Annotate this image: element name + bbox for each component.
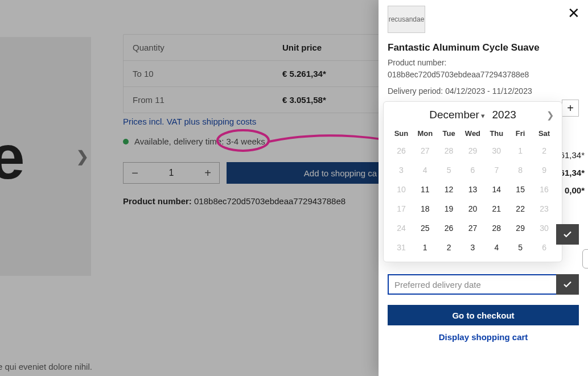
product-number-line: Product number: 018b8ec720d5703ebdeaa772… — [123, 196, 346, 206]
calendar-day[interactable]: 19 — [437, 199, 461, 218]
calendar-dow: Fri — [508, 126, 532, 141]
pricing-qty: From 11 — [133, 95, 282, 105]
hero-text-fragment: dae — [0, 121, 24, 193]
availability-line: Available, delivery time: 3-4 weeks — [123, 137, 265, 146]
calendar-day[interactable]: 5 — [508, 238, 532, 257]
calendar-next-icon[interactable]: ❯ — [546, 110, 554, 121]
delivery-date-placeholder: Preferred delivery date — [394, 280, 481, 290]
close-icon[interactable]: ✕ — [568, 5, 580, 22]
calendar-day[interactable]: 22 — [508, 199, 532, 218]
calendar-day: 6 — [461, 160, 485, 180]
description-fragment: . Quasi modi vitae ipsam tempora et. Nih… — [0, 362, 92, 371]
calendar-day: 9 — [532, 160, 556, 180]
calendar-day: 8 — [508, 160, 532, 180]
calendar-day: 31 — [389, 238, 413, 257]
calendar-day[interactable]: 20 — [461, 199, 485, 218]
calendar-day[interactable]: 3 — [461, 238, 485, 257]
qty-value: 1 — [146, 168, 196, 178]
calendar-year[interactable]: 2023 — [492, 109, 516, 121]
calendar-day[interactable]: 18 — [413, 199, 437, 218]
calendar-day[interactable]: 21 — [484, 199, 508, 218]
calendar-day: 6 — [532, 238, 556, 257]
calendar-day: 3 — [389, 160, 413, 180]
calendar-day[interactable]: 29 — [508, 218, 532, 238]
calendar-dow: Mon — [413, 126, 437, 141]
product-thumbnail: recusandae — [388, 6, 425, 33]
availability-text: Available, delivery time: 3-4 weeks — [134, 137, 265, 146]
pricing-qty: To 10 — [133, 69, 282, 78]
qty-plus-button[interactable]: + — [562, 100, 579, 117]
qty-minus-button[interactable]: − — [124, 163, 146, 183]
calendar-day: 26 — [389, 141, 413, 160]
confirm-date-button[interactable] — [556, 274, 579, 295]
product-number-label: Product number: — [123, 196, 192, 206]
calendar-day: 16 — [532, 180, 556, 199]
qty-plus-button[interactable]: + — [196, 163, 219, 183]
product-hero-image: dae ❯ — [0, 37, 91, 276]
calendar-day[interactable]: 12 — [437, 180, 461, 199]
calendar-day[interactable]: 1 — [413, 238, 437, 257]
calendar-day: 30 — [532, 218, 556, 238]
date-picker-popover: December 2023 ❯ SunMonTueWedThuFriSat 26… — [383, 101, 562, 262]
calendar-day[interactable]: 28 — [484, 218, 508, 238]
product-number-value: 018b8ec720d5703ebdeaa772943788e8 — [194, 196, 346, 206]
calendar-dow: Thu — [484, 126, 508, 141]
calendar-day: 17 — [389, 199, 413, 218]
calendar-day: 24 — [389, 218, 413, 238]
calendar-dow: Tue — [437, 126, 461, 141]
pricing-header-qty: Quantity — [133, 43, 282, 52]
calendar-day: 5 — [437, 160, 461, 180]
confirm-button[interactable] — [556, 224, 579, 245]
calendar-day: 30 — [484, 141, 508, 160]
calendar-month-select[interactable]: December — [429, 109, 485, 121]
calendar-day[interactable]: 4 — [484, 238, 508, 257]
calendar-grid: SunMonTueWedThuFriSat 262728293012345678… — [389, 126, 556, 257]
calendar-day[interactable]: 26 — [437, 218, 461, 238]
calendar-dow: Wed — [461, 126, 485, 141]
calendar-day[interactable]: 25 — [413, 218, 437, 238]
calendar-day: 10 — [389, 180, 413, 199]
calendar-day: 27 — [413, 141, 437, 160]
thumbnail-text: recusandae — [389, 15, 425, 23]
drawer-delivery-period: Delivery period: 04/12/2023 - 11/12/2023 — [388, 86, 579, 96]
quantity-stepper[interactable]: − 1 + — [123, 162, 220, 184]
cart-drawer: ✕ recusandae Fantastic Aluminum Cycle Su… — [379, 0, 588, 376]
check-icon — [562, 229, 573, 239]
calendar-header: December 2023 ❯ — [389, 109, 556, 121]
drawer-product-name: Fantastic Aluminum Cycle Suave — [388, 42, 579, 53]
calendar-day[interactable]: 13 — [461, 180, 485, 199]
calendar-day[interactable]: 14 — [484, 180, 508, 199]
calendar-day: 1 — [508, 141, 532, 160]
calendar-day: 29 — [461, 141, 485, 160]
calendar-day[interactable]: 11 — [413, 180, 437, 199]
calendar-day: 23 — [532, 199, 556, 218]
calendar-day: 2 — [532, 141, 556, 160]
display-cart-link[interactable]: Display shopping cart — [379, 332, 588, 342]
vat-info-link[interactable]: Prices incl. VAT plus shipping costs — [123, 117, 256, 126]
hero-next-icon[interactable]: ❯ — [76, 148, 88, 166]
calendar-day[interactable]: 2 — [437, 238, 461, 257]
calendar-dow: Sat — [532, 126, 556, 141]
drawer-product-number: Product number: 018b8ec720d5703ebdeaa772… — [388, 57, 579, 81]
calendar-dow: Sun — [389, 126, 413, 141]
calendar-day: 28 — [437, 141, 461, 160]
go-to-checkout-button[interactable]: Go to checkout — [388, 305, 579, 325]
edge-widget[interactable] — [582, 249, 588, 268]
calendar-day[interactable]: 27 — [461, 218, 485, 238]
calendar-day[interactable]: 15 — [508, 180, 532, 199]
delivery-date-input[interactable]: Preferred delivery date — [388, 274, 558, 295]
check-icon — [562, 279, 573, 290]
availability-dot-icon — [123, 139, 129, 144]
calendar-day: 4 — [413, 160, 437, 180]
calendar-day: 7 — [484, 160, 508, 180]
